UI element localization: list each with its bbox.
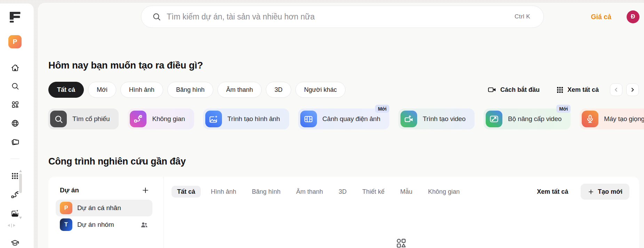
user-initial: Đ [631,13,635,20]
collections-icon[interactable] [8,135,22,149]
project-initial: T [64,222,68,228]
tool-label: Cảnh quay điện ảnh [323,115,380,123]
empty-state-shapes-icon [396,238,406,248]
chevron-left-icon [613,87,619,93]
filter-chip-3d[interactable]: 3D [266,82,291,98]
create-new-label: Tạo mới [598,188,622,195]
workspace-avatar[interactable]: P [8,35,22,48]
search-bar[interactable]: Tìm kiếm dự án, tài sản và nhiều hơn nữa… [141,6,544,28]
filter-chip-video[interactable]: Băng hình [167,82,213,98]
search-icon [152,12,161,21]
project-label: Dự án cá nhân [77,204,148,212]
filter-chips: Tất cả Mới Hình ảnh Băng hình Âm thanh 3… [48,82,345,98]
tool-card-spaces[interactable]: Không gian [128,109,194,129]
filter-chip-others[interactable]: Người khác [295,82,345,98]
sidebar: P [0,3,34,248]
create-new-button[interactable]: Tạo mới [581,184,629,200]
how-to-start-label: Cách bắt đầu [500,86,540,94]
tool-label: Trình tạo hình ảnh [228,115,280,123]
carousel-controls: Cách bắt đầu Xem tất cả [487,82,639,98]
page-title: Hôm nay bạn muốn tạo ra điều gì? [48,60,203,71]
search-placeholder: Tìm kiếm dự án, tài sản và nhiều hơn nữa [167,12,515,22]
tool-card-video-generator[interactable]: Trình tạo video [398,109,475,129]
shapes-icon[interactable] [8,97,22,111]
new-badge: Mới [556,105,571,113]
carousel-next-button[interactable] [626,83,639,96]
topbar-right: Giá cả Đ [591,10,639,24]
search-icon[interactable] [8,79,22,93]
sidebar-scrollbar[interactable] [19,174,22,193]
scroll-down-icon[interactable] [19,217,22,219]
carousel-prev-button[interactable] [610,83,622,96]
view-all-tools-label: Xem tất cả [567,86,599,94]
collapse-sidebar-control[interactable] [5,223,18,228]
projects-header: Dự án [60,185,149,195]
workspace-initial: P [13,38,17,46]
recent-section-title: Công trình nghiên cứu gần đây [48,156,186,167]
tab-images[interactable]: Hình ảnh [205,186,242,198]
tool-label: Bộ nâng cấp video [508,115,562,123]
cinematic-shots-icon [300,111,317,127]
filter-chip-all[interactable]: Tất cả [48,82,84,98]
filter-chip-images[interactable]: Hình ảnh [120,82,163,98]
main-content: Tìm kiếm dự án, tài sản và nhiều hơn nữa… [38,3,644,248]
tab-design[interactable]: Thiết kế [357,186,390,198]
tool-label: Tìm cổ phiếu [72,115,110,123]
tab-templates[interactable]: Mẫu [395,186,418,198]
team-project-avatar: T [60,218,72,231]
pricing-link[interactable]: Giá cả [591,13,611,21]
collapse-right-icon [13,224,15,227]
recent-tabs: Tất cả Hình ảnh Băng hình Âm thanh 3D Th… [172,186,465,198]
panel-divider [164,177,164,248]
tool-label: Trình tạo video [423,115,466,123]
recent-actions: Xem tất cả Tạo mới [537,184,629,200]
tab-audio[interactable]: Âm thanh [291,186,328,198]
tab-all[interactable]: Tất cả [172,186,201,198]
how-to-start-link[interactable]: Cách bắt đầu [487,85,540,94]
tab-videos[interactable]: Băng hình [246,186,286,198]
project-label: Dự án nhóm [77,221,135,229]
filter-chip-new[interactable]: Mới [88,82,116,98]
projects-column: Dự án P Dự án cá nhân T Dự án nhóm [48,177,164,248]
tool-label: Máy tạo giọng nói [604,115,644,123]
tool-card-cinematic-shots[interactable]: Mới Cảnh quay điện ảnh [298,109,389,129]
tool-label: Không gian [152,115,185,123]
view-all-tools-link[interactable]: Xem tất cả [556,86,599,94]
freepik-logo[interactable] [10,12,21,23]
tool-cards: Tìm cổ phiếu Không gian [48,109,644,129]
shared-users-icon [140,221,148,229]
video-generator-icon [400,111,417,127]
stock-search-icon [50,111,67,127]
plus-icon [588,189,594,195]
project-initial: P [64,205,68,211]
tool-card-stock-search[interactable]: Tìm cổ phiếu [48,109,119,129]
scroll-up-icon[interactable] [19,170,22,172]
image-generator-icon [205,111,222,127]
grid-icon [556,86,564,94]
academy-icon[interactable] [8,236,22,248]
voice-generator-icon [582,111,598,127]
collapse-left-icon [8,224,10,227]
see-all-link[interactable]: Xem tất cả [537,188,568,195]
video-camera-icon [487,85,496,94]
sidebar-divider [10,159,19,159]
tool-card-video-upscaler[interactable]: Mới Bộ nâng cấp video [484,109,571,129]
tab-3d[interactable]: 3D [333,186,352,198]
project-item-team[interactable]: T Dự án nhóm [56,216,152,233]
project-item-personal[interactable]: P Dự án cá nhân [56,200,152,216]
tab-spaces[interactable]: Không gian [422,186,465,198]
tool-card-voice-generator[interactable]: Máy tạo giọng nói [580,109,644,129]
tool-card-image-generator[interactable]: Trình tạo hình ảnh [203,109,289,129]
search-shortcut: Ctrl K [515,13,530,20]
globe-icon[interactable] [8,116,22,130]
projects-title: Dự án [60,186,79,194]
home-icon[interactable] [8,61,22,74]
user-avatar[interactable]: Đ [627,10,639,23]
video-upscaler-icon [486,111,502,127]
personal-project-avatar: P [60,202,72,214]
chevron-right-icon [629,87,636,93]
new-badge: Mới [375,105,389,113]
filter-chip-audio[interactable]: Âm thanh [217,82,262,98]
spaces-icon [130,111,146,127]
add-project-button[interactable] [142,186,149,194]
